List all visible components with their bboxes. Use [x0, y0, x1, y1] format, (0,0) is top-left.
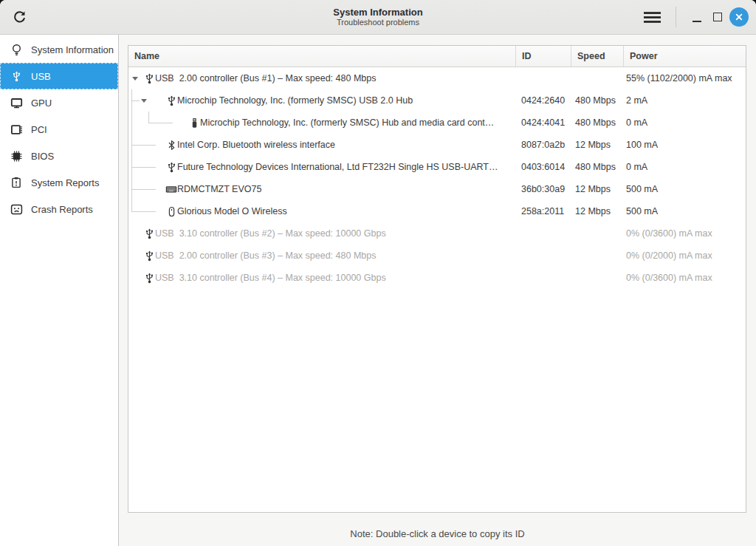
minimize-button[interactable] [687, 6, 707, 28]
cell-speed: 480 Mbps [571, 156, 623, 178]
refresh-icon [12, 10, 27, 25]
cell-speed: 480 Mbps [571, 89, 623, 112]
mouse-icon [165, 205, 177, 217]
cell-speed: 12 Mbps [571, 200, 623, 222]
cell-id [515, 245, 571, 267]
cell-name: Glorious Model O Wireless [128, 200, 515, 222]
sidebar-item-pci[interactable]: PCI [0, 116, 118, 143]
sidebar-item-label: USB [31, 71, 51, 82]
maximize-button[interactable] [707, 6, 728, 28]
sidebar-item-label: BIOS [31, 151, 54, 162]
expander-icon[interactable] [141, 99, 147, 103]
main-panel: Name ID Speed Power USB 2.00 controller … [119, 35, 756, 546]
maximize-icon [713, 13, 722, 21]
sidebar-item-system-reports[interactable]: System Reports [0, 169, 118, 196]
hamburger-icon [644, 11, 661, 24]
sidebar-item-label: Crash Reports [31, 204, 93, 215]
sidebar-item-gpu[interactable]: GPU [0, 89, 118, 116]
sidebar-item-usb[interactable]: USB [0, 63, 118, 89]
cell-name: Microchip Technology, Inc. (formerly SMS… [128, 89, 515, 112]
column-header-speed[interactable]: Speed [571, 46, 623, 66]
device-name: RDMCTMZT EVO75 [177, 178, 514, 200]
tree-line [131, 145, 156, 146]
menu-button[interactable] [641, 8, 664, 27]
column-header-power[interactable]: Power [623, 46, 746, 66]
pci-card-icon [10, 123, 23, 136]
sidebar-item-label: PCI [31, 124, 47, 135]
table-header: Name ID Speed Power [128, 46, 746, 67]
cell-speed [571, 67, 623, 89]
window-content: System InformationUSBGPUPCIBIOSSystem Re… [0, 35, 756, 546]
cell-power: 500 mA [623, 200, 746, 222]
device-name: Microchip Technology, Inc. (formerly SMS… [177, 89, 514, 112]
cell-id [515, 267, 571, 289]
usb-icon [143, 250, 155, 262]
window-subtitle: Troubleshoot problems [337, 18, 419, 27]
cell-name: Intel Corp. Bluetooth wireless interface [128, 134, 515, 156]
table-row[interactable]: Intel Corp. Bluetooth wireless interface… [128, 134, 746, 156]
table-row[interactable]: USB 3.10 controller (Bus #4) – Max speed… [128, 267, 746, 289]
usb-device-table: Name ID Speed Power USB 2.00 controller … [128, 45, 746, 513]
flash-drive-icon [188, 117, 200, 129]
tree-line [131, 200, 132, 211]
device-name: Intel Corp. Bluetooth wireless interface [177, 134, 514, 156]
cell-id: 258a:2011 [515, 200, 571, 222]
cell-power: 0% (0/3600) mA max [623, 267, 746, 289]
cell-name: USB 2.00 controller (Bus #1) – Max speed… [128, 67, 515, 89]
cell-id: 0424:2640 [515, 89, 571, 112]
footer-note: Note: Double-click a device to copy its … [119, 528, 756, 539]
table-row[interactable]: USB 3.10 controller (Bus #2) – Max speed… [128, 222, 746, 245]
sidebar-item-crash-reports[interactable]: Crash Reports [0, 196, 118, 222]
column-header-id[interactable]: ID [515, 46, 571, 66]
headerbar-separator [676, 7, 676, 27]
cell-speed: 480 Mbps [571, 112, 623, 134]
cell-id [515, 67, 571, 89]
device-name: Microchip Technology, Inc. (formerly SMS… [200, 112, 514, 134]
chip-icon [10, 149, 23, 163]
usb-icon [143, 72, 155, 84]
table-body: USB 2.00 controller (Bus #1) – Max speed… [128, 67, 746, 512]
tree-line [131, 189, 156, 190]
cell-name: Future Technology Devices International,… [128, 156, 515, 178]
column-header-name[interactable]: Name [128, 46, 515, 66]
cell-name: USB 3.10 controller (Bus #2) – Max speed… [128, 222, 515, 245]
clipboard-icon [10, 176, 23, 189]
cell-id: 0424:4041 [515, 112, 571, 134]
usb-icon [143, 228, 155, 239]
cell-power: 0 mA [623, 112, 746, 134]
tree-line [131, 211, 156, 212]
minimize-icon [693, 21, 701, 22]
usb-icon [143, 272, 155, 284]
table-row[interactable]: Glorious Model O Wireless258a:201112 Mbp… [128, 200, 746, 222]
refresh-button[interactable] [9, 7, 30, 28]
cell-power: 0% (0/3600) mA max [623, 222, 746, 245]
tree-line [148, 112, 149, 123]
close-button[interactable] [729, 7, 749, 27]
cell-name: RDMCTMZT EVO75 [128, 178, 515, 200]
cell-name: USB 3.10 controller (Bus #4) – Max speed… [128, 267, 515, 289]
cell-id: 36b0:30a9 [515, 178, 571, 200]
table-row[interactable]: USB 2.00 controller (Bus #1) – Max speed… [128, 67, 746, 89]
cell-id: 0403:6014 [515, 156, 571, 178]
device-name: USB 2.00 controller (Bus #1) – Max speed… [155, 67, 514, 89]
table-row[interactable]: RDMCTMZT EVO7536b0:30a912 Mbps500 mA [128, 178, 746, 200]
table-row[interactable]: Future Technology Devices International,… [128, 156, 746, 178]
cell-speed [571, 245, 623, 267]
table-row[interactable]: USB 2.00 controller (Bus #3) – Max speed… [128, 245, 746, 267]
table-row[interactable]: Microchip Technology, Inc. (formerly SMS… [128, 89, 746, 112]
sidebar-item-system-information[interactable]: System Information [0, 36, 118, 63]
usb-icon [10, 69, 23, 83]
cell-id: 8087:0a2b [515, 134, 571, 156]
keyboard-icon [165, 183, 177, 195]
sidebar-item-label: System Reports [31, 177, 99, 188]
sidebar-item-label: System Information [31, 44, 114, 55]
cell-speed: 12 Mbps [571, 134, 623, 156]
tree-line [131, 100, 140, 101]
table-row[interactable]: Microchip Technology, Inc. (formerly SMS… [128, 112, 746, 134]
usb-icon [165, 161, 177, 173]
crash-face-icon [10, 202, 23, 216]
expander-icon[interactable] [132, 77, 138, 81]
sidebar-item-bios[interactable]: BIOS [0, 143, 118, 169]
tree-line [131, 167, 156, 168]
cell-power: 2 mA [623, 89, 746, 112]
